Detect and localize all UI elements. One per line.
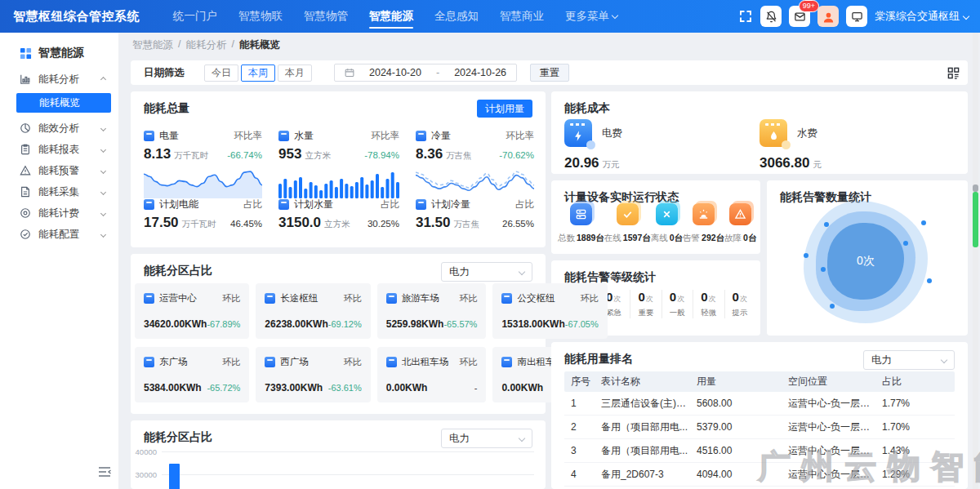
droplet-icon [768,130,780,142]
device-online: 在线1597台 [604,203,651,244]
grid-logo-icon [20,47,32,60]
topbar-actions: 99+ 棠溪综合交通枢纽 [738,6,969,27]
bar-运营中心 [169,464,180,489]
end-date: 2024-10-26 [454,67,506,78]
device-fault: 故障0台 [724,203,756,244]
sidebar-item-energy-report[interactable]: 能耗报表 [0,139,118,160]
energy-total-panel: 能耗总量 计划用量 电量环比率 8.13万千瓦时-66.74% 水量环比率 95… [131,91,546,247]
messages-button[interactable]: 99+ [789,6,810,27]
cooling-meter-icon [416,199,426,210]
sidebar-item-energy-warning[interactable]: 能耗预警 [0,160,118,181]
level-general: 0次 一般 [662,290,693,318]
nav-more-menu[interactable]: 更多菜单 [555,0,628,33]
water-sparkline [278,167,399,198]
nav-smart-business[interactable]: 智慧商业 [489,0,555,33]
zone-card-west-square: 西广场环比 7393.00KWh-63.61% [256,347,370,402]
cooling-meter-icon [416,131,426,141]
zone-card-bus-hub: 公交枢纽环比 15318.00KWh-67.05% [492,283,607,339]
sidebar-header: 智慧能源 [0,33,118,69]
gauge-check-icon [20,229,31,240]
metric-electricity: 电量环比率 8.13万千瓦时-66.74% [144,129,262,198]
energy-cost-panel: 能耗成本 电费 20.96万元 水费 3066.80元 [551,91,968,174]
sidebar-collapse-icon[interactable] [98,466,111,478]
warning-triangle-icon [729,203,751,225]
sidebar-item-energy-config[interactable]: 能耗配置 [0,224,118,245]
planned-usage-button[interactable]: 计划用量 [477,100,532,118]
check-icon [617,203,639,225]
sidebar: 智慧能源 能耗分析 能耗概览 能效分析 能耗报表 能耗预警 能耗采集 能耗计费 … [0,33,118,489]
water-meter-icon [278,131,289,141]
topbar: 智慧枢纽综合管控系统 统一门户 智慧物联 智慧物管 智慧能源 全息感知 智慧商业… [0,0,980,33]
sidebar-item-energy-analysis[interactable]: 能耗分析 [0,69,118,90]
nav-smart-iot[interactable]: 智慧物联 [228,0,293,33]
this-week-button[interactable]: 本周 [241,64,275,82]
metric-cooling: 冷量环比率 8.36万吉焦-70.62% [416,129,534,198]
today-button[interactable]: 今日 [204,64,238,82]
pie-chart-icon [20,122,31,134]
metric-water: 水量环比率 953立方米-78.94% [278,129,399,198]
warning-triangle-icon [20,165,31,176]
plans-row: 计划电能占比 17.50万千瓦时46.45% 计划水量占比 3150.0立方米3… [144,198,534,231]
chevron-down-icon [100,231,106,237]
chevron-down-icon [963,13,969,20]
x-icon [656,203,678,225]
breadcrumb-level1[interactable]: 智慧能源 [132,38,173,52]
nav-smart-property[interactable]: 智慧物管 [293,0,359,33]
date-filter-label: 日期筛选 [144,66,185,80]
zone-card-tourist-lot: 旅游车场环比 5259.98KWh-65.57% [377,283,487,339]
table-header: 序号 表计名称 用量 空间位置 占比 [564,371,955,392]
document-icon [20,186,31,198]
electric-meter-icon [501,293,512,304]
nav-unified-portal[interactable]: 统一门户 [163,0,228,33]
sidebar-item-efficiency-analysis[interactable]: 能效分析 [0,118,118,139]
sidebar-item-energy-overview[interactable]: 能耗概览 [16,93,111,113]
workbench-button[interactable] [846,6,867,27]
server-icon [570,203,592,225]
nav-smart-energy[interactable]: 智慧能源 [359,0,424,33]
plan-cooling: 计划冷量占比 31.50万吉焦26.55% [416,198,534,231]
sidebar-item-energy-collection[interactable]: 能耗采集 [0,181,118,202]
breadcrumb-level2[interactable]: 能耗分析 [185,38,226,52]
metrics-row: 电量环比率 8.13万千瓦时-66.74% 水量环比率 953立方米-78.94… [144,129,534,198]
sidebar-title: 智慧能源 [38,46,84,60]
lightning-icon [572,130,585,142]
table-row: 3 备用（项目部用电... 4516.00 运营中心-负一层夹层 1.43% [564,439,955,463]
plan-water: 计划水量占比 3150.0立方米30.25% [278,198,399,231]
fullscreen-icon[interactable] [738,9,753,24]
coin-icon [20,207,31,219]
layout-grid-icon[interactable] [947,67,960,79]
zone-card-east-square: 东广场环比 5384.00KWh-65.72% [135,347,249,402]
start-date: 2024-10-20 [369,67,421,78]
this-month-button[interactable]: 本月 [278,64,312,82]
chevron-down-icon [100,210,106,216]
level-minor: 0次 轻微 [693,290,724,318]
chevron-down-icon [100,146,106,152]
table-row: 2 备用（项目部用电... 5379.00 运营中心-负一层夹层 1.70% [564,416,955,439]
date-range-picker[interactable]: 2024-10-20 - 2024-10-26 [334,64,517,82]
device-total: 总数1889台 [558,203,604,244]
breadcrumb: 智慧能源/ 能耗分析/ 能耗概览 [132,38,280,52]
sidebar-item-energy-billing[interactable]: 能耗计费 [0,202,118,224]
scrollbar-track[interactable] [973,33,978,489]
notification-mute-button[interactable] [760,6,782,27]
energy-type-select[interactable]: 电力 [863,350,955,370]
top-nav: 统一门户 智慧物联 智慧物管 智慧能源 全息感知 智慧商业 更多菜单 [163,0,628,33]
electric-meter-icon [144,131,154,141]
cooling-sparkline [416,167,534,198]
scrollbar-thumb[interactable] [973,192,978,247]
electricity-sparkline [144,167,262,198]
energy-type-select[interactable]: 电力 [441,262,532,282]
electricity-fee-icon [564,119,592,147]
water-fee-icon [760,119,787,147]
device-offline: 离线0台 [651,203,683,244]
org-selector[interactable]: 棠溪综合交通枢纽 [875,9,969,24]
usage-ranking-panel: 能耗用量排名 电力 序号 表计名称 用量 空间位置 占比 1 三层通信设备(主)… [551,342,968,489]
avatar[interactable] [817,6,839,27]
plan-electricity: 计划电能占比 17.50万千瓦时46.45% [144,198,262,231]
bell-slash-icon [765,11,777,23]
reset-button[interactable]: 重置 [530,64,569,82]
siren-icon [693,203,715,225]
unread-badge: 99+ [799,0,819,12]
nav-holo-sense[interactable]: 全息感知 [424,0,489,33]
panel-title: 能耗总量 [144,101,189,116]
